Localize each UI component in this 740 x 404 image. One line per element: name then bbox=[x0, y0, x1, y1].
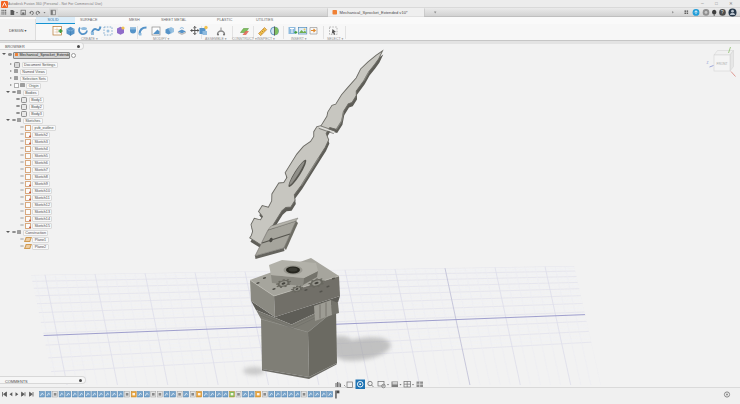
svg-text:FRONT: FRONT bbox=[717, 62, 728, 66]
svg-text:?: ? bbox=[721, 10, 724, 15]
svg-text:Mechanical_Sprocket_Extended v: Mechanical_Sprocket_Extended v10* bbox=[340, 10, 408, 15]
svg-text:Z: Z bbox=[707, 61, 709, 65]
